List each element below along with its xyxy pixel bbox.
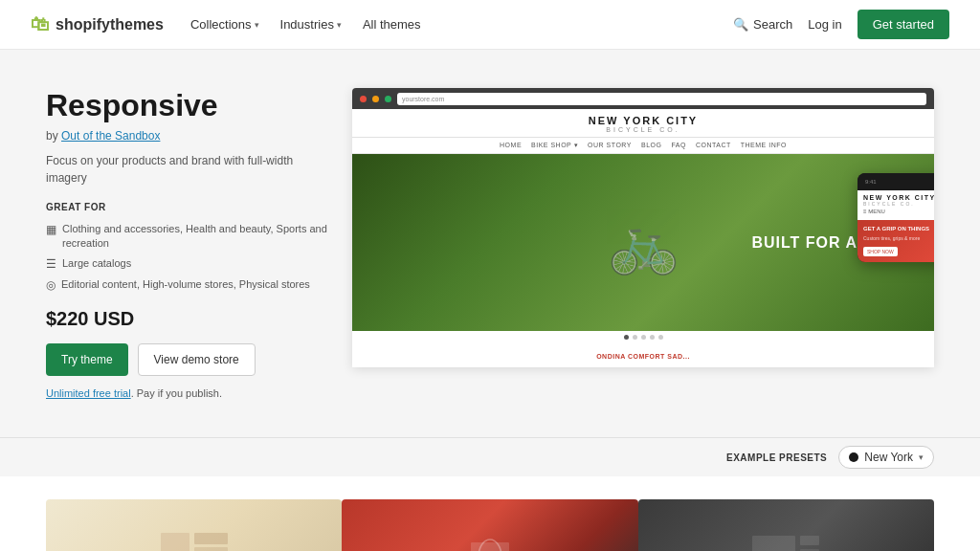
mobile-time: 9:41 (865, 179, 877, 185)
theme-card-1[interactable] (46, 499, 342, 551)
theme-preview: yourstore.com NEW YORK CITY BICYCLE CO. … (333, 88, 934, 437)
nav-all-themes[interactable]: All themes (363, 17, 421, 32)
mobile-status-bar: 9:41 ▌▌ (858, 173, 934, 190)
store-icon: ◎ (46, 277, 56, 294)
bike-icon: 🚲 (608, 209, 679, 276)
chevron-down-icon: ▾ (255, 20, 259, 30)
preset-color-dot (849, 452, 858, 462)
logo-wordmark: shopifythemes (56, 16, 164, 33)
svg-rect-2 (194, 547, 228, 551)
preview-hero-image: 🚲 BUILT FOR A 9:41 ▌▌ NEW YORK CITY BICY… (352, 154, 934, 331)
list-icon: ☰ (46, 256, 56, 273)
logo[interactable]: 🛍 shopifythemes (31, 13, 164, 35)
preview-hero-text: BUILT FOR A (751, 234, 858, 252)
svg-rect-9 (752, 536, 795, 551)
preview-nav-dots (352, 331, 934, 343)
theme-thumbnail-1 (46, 499, 342, 551)
preview-product-label: ONDINA COMFORT SAD... (352, 343, 934, 364)
presets-dropdown[interactable]: New York ▾ (838, 446, 934, 469)
window-close-dot (360, 96, 367, 102)
logo-themes: themes (110, 16, 164, 33)
free-trial-link[interactable]: Unlimited free trial (46, 387, 131, 399)
nav-links: Collections ▾ Industries ▾ All themes (190, 17, 421, 32)
theme-thumb-image-2 (452, 528, 528, 551)
theme-thumb-image-3 (747, 528, 824, 551)
mobile-cta-button: SHOP NOW (863, 247, 898, 256)
chevron-down-icon: ▾ (337, 20, 342, 30)
chevron-down-icon: ▾ (919, 452, 924, 462)
theme-thumb-image-1 (156, 528, 233, 551)
login-button[interactable]: Log in (808, 17, 841, 32)
free-trial-text: Unlimited free trial. Pay if you publish… (46, 387, 333, 399)
theme-thumbnail-2 (342, 499, 637, 551)
great-for-label: GREAT FOR (46, 202, 333, 212)
address-bar: yourstore.com (397, 93, 926, 105)
hero-section: Responsive by Out of the Sandbox Focus o… (0, 50, 980, 437)
presets-bar: EXAMPLE PRESETS New York ▾ (0, 437, 980, 476)
theme-thumbnail-3 (638, 499, 934, 551)
theme-author: by Out of the Sandbox (46, 129, 333, 143)
mobile-preview: 9:41 ▌▌ NEW YORK CITY BICYCLE CO. ≡ MENU… (858, 173, 934, 262)
nav-collections[interactable]: Collections ▾ (190, 17, 259, 32)
preview-site-title: NEW YORK CITY (352, 115, 934, 126)
window-max-dot (385, 96, 391, 102)
theme-price: $220 USD (46, 308, 333, 330)
theme-title: Responsive (46, 88, 333, 123)
preview-body: NEW YORK CITY BICYCLE CO. HOME BIKE SHOP… (352, 109, 934, 367)
mobile-menu-line: ≡ MENU (863, 209, 934, 214)
svg-rect-6 (471, 542, 509, 551)
cta-buttons: Try theme View demo store (46, 343, 333, 376)
list-item: ▦ Clothing and accessories, Health and b… (46, 222, 333, 252)
mobile-site-subtitle: BICYCLE CO. (863, 201, 934, 207)
preview-site-header: NEW YORK CITY BICYCLE CO. (352, 109, 934, 138)
list-item: ◎ Editorial content, High-volume stores,… (46, 277, 333, 294)
presets-label: EXAMPLE PRESETS (726, 452, 827, 463)
nav-right: 🔍 Search Log in Get started (733, 10, 949, 39)
hero-content: Responsive by Out of the Sandbox Focus o… (46, 88, 333, 437)
preview-site-subtitle: BICYCLE CO. (352, 126, 934, 133)
navbar: 🛍 shopifythemes Collections ▾ Industries… (0, 0, 980, 50)
search-button[interactable]: 🔍 Search (733, 17, 792, 32)
theme-card-3[interactable] (638, 499, 934, 551)
svg-rect-0 (161, 533, 189, 551)
view-demo-button[interactable]: View demo store (138, 343, 256, 376)
theme-description: Focus on your products and brand with fu… (46, 152, 333, 187)
get-started-button[interactable]: Get started (858, 10, 949, 39)
nav-dot-4 (650, 335, 655, 340)
preview-nav: HOME BIKE SHOP ▾ OUR STORY BLOG FAQ CONT… (352, 138, 934, 154)
nav-industries[interactable]: Industries ▾ (280, 17, 342, 32)
try-theme-button[interactable]: Try theme (46, 343, 128, 376)
author-link[interactable]: Out of the Sandbox (61, 129, 160, 143)
grid-icon: ▦ (46, 222, 56, 238)
mobile-promo-banner: GET A GRIP ON THINGS Custom tires, grips… (858, 220, 934, 262)
svg-rect-1 (194, 533, 228, 544)
feature-list: ▦ Clothing and accessories, Health and b… (46, 222, 333, 293)
logo-shopify: shopify (56, 16, 110, 33)
nav-dot-3 (641, 335, 646, 340)
preset-selected: New York (864, 451, 913, 464)
search-icon: 🔍 (733, 17, 748, 32)
nav-dot-2 (633, 335, 637, 340)
theme-grid (0, 476, 980, 551)
desktop-preview: yourstore.com NEW YORK CITY BICYCLE CO. … (352, 88, 934, 367)
logo-icon: 🛍 (31, 13, 50, 35)
nav-dot-1 (624, 335, 629, 340)
theme-card-2[interactable] (342, 499, 637, 551)
browser-bar: yourstore.com (352, 88, 934, 109)
mobile-site-content: NEW YORK CITY BICYCLE CO. ≡ MENU (858, 190, 934, 220)
nav-dot-5 (658, 335, 663, 340)
window-min-dot (372, 96, 379, 102)
nav-left: 🛍 shopifythemes Collections ▾ Industries… (31, 13, 421, 35)
list-item: ☰ Large catalogs (46, 256, 333, 273)
svg-rect-10 (800, 536, 819, 545)
